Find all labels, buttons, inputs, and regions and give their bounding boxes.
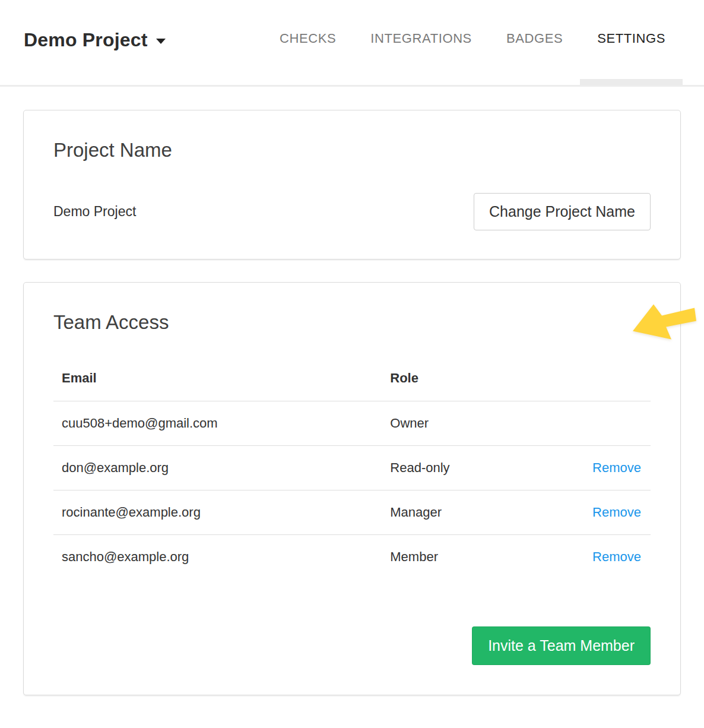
tab-badges-label: BADGES (506, 31, 563, 46)
member-action-cell: Remove (555, 534, 651, 579)
email-column-header: Email (53, 362, 382, 401)
actions-column-header (555, 362, 651, 401)
table-header-row: Email Role (53, 362, 651, 401)
member-action-cell: Remove (555, 490, 651, 534)
member-role: Member (382, 534, 555, 579)
nav-tabs: CHECKS INTEGRATIONS BADGES SETTINGS (262, 0, 683, 85)
table-row: don@example.org Read-only Remove (53, 445, 651, 490)
tab-settings-label: SETTINGS (597, 31, 665, 46)
change-project-name-button[interactable]: Change Project Name (474, 193, 651, 230)
caret-down-icon (156, 39, 166, 44)
member-role: Read-only (382, 445, 555, 490)
member-email: sancho@example.org (53, 534, 382, 579)
project-name-card-title: Project Name (53, 138, 651, 162)
table-row: rocinante@example.org Manager Remove (53, 490, 651, 534)
settings-page-content: Project Name Demo Project Change Project… (0, 87, 704, 718)
member-email: cuu508+demo@gmail.com (53, 401, 382, 445)
tab-badges[interactable]: BADGES (489, 0, 580, 85)
team-access-card: Team Access Email Role cuu508+demo@gmail… (23, 282, 681, 695)
team-access-card-title: Team Access (53, 310, 651, 334)
project-name-row: Demo Project Change Project Name (53, 193, 651, 230)
remove-member-link[interactable]: Remove (592, 549, 641, 564)
tab-settings[interactable]: SETTINGS (580, 0, 683, 85)
remove-member-link[interactable]: Remove (592, 460, 641, 475)
tab-checks-label: CHECKS (280, 31, 336, 46)
tab-checks[interactable]: CHECKS (262, 0, 353, 85)
member-role: Manager (382, 490, 555, 534)
tab-integrations[interactable]: INTEGRATIONS (353, 0, 489, 85)
team-members-table: Email Role cuu508+demo@gmail.com Owner d… (53, 362, 651, 579)
tab-integrations-label: INTEGRATIONS (370, 31, 472, 46)
member-email: rocinante@example.org (53, 490, 382, 534)
remove-member-link[interactable]: Remove (592, 505, 641, 520)
current-project-name: Demo Project (53, 204, 136, 220)
table-row: cuu508+demo@gmail.com Owner (53, 401, 651, 445)
role-column-header: Role (382, 362, 555, 401)
member-role: Owner (382, 401, 555, 445)
active-tab-indicator (580, 79, 683, 85)
invite-row: Invite a Team Member (53, 626, 651, 665)
top-navigation-bar: Demo Project CHECKS INTEGRATIONS BADGES … (0, 0, 704, 87)
project-switcher-dropdown[interactable]: Demo Project (24, 0, 166, 85)
invite-team-member-button[interactable]: Invite a Team Member (472, 626, 651, 665)
project-switcher-label: Demo Project (24, 29, 148, 51)
member-action-cell: Remove (555, 445, 651, 490)
table-row: sancho@example.org Member Remove (53, 534, 651, 579)
project-name-card: Project Name Demo Project Change Project… (23, 110, 681, 259)
member-action-cell (555, 401, 651, 445)
member-email: don@example.org (53, 445, 382, 490)
